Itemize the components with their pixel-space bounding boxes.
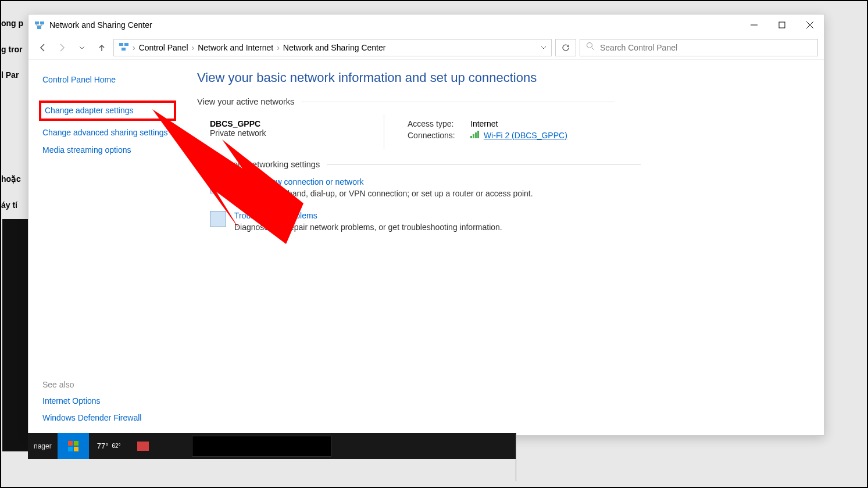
svg-rect-1 bbox=[40, 21, 44, 24]
change-settings-label: Change your networking settings bbox=[197, 160, 808, 169]
control-panel-window: Network and Sharing Center › Control Pan… bbox=[28, 14, 824, 436]
connection-link[interactable]: Wi-Fi 2 (DBCS_GPPC) bbox=[484, 131, 567, 140]
network-block: DBCS_GPPC Private network bbox=[210, 114, 384, 149]
taskbar: nager 77°62° bbox=[28, 433, 516, 459]
close-button[interactable] bbox=[796, 15, 824, 35]
svg-rect-14 bbox=[74, 441, 78, 446]
setup-connection-icon bbox=[210, 177, 226, 193]
main-pane: View your basic network information and … bbox=[181, 60, 824, 435]
page-heading: View your basic network information and … bbox=[197, 70, 808, 85]
search-box[interactable] bbox=[580, 39, 818, 56]
network-center-icon bbox=[34, 20, 45, 30]
svg-rect-9 bbox=[122, 48, 126, 51]
svg-rect-16 bbox=[74, 447, 78, 451]
svg-rect-15 bbox=[68, 447, 73, 451]
svg-rect-8 bbox=[124, 43, 128, 46]
refresh-button[interactable] bbox=[555, 39, 576, 56]
bg-text: l Par bbox=[1, 70, 19, 80]
wifi-signal-icon bbox=[470, 131, 479, 138]
forward-button[interactable] bbox=[54, 40, 70, 56]
sidebar: Control Panel Home Change adapter settin… bbox=[28, 60, 181, 435]
connections-label: Connections: bbox=[408, 131, 460, 140]
svg-rect-7 bbox=[119, 43, 123, 46]
bg-text: hoặc bbox=[1, 174, 21, 184]
taskbar-blank bbox=[192, 436, 331, 457]
taskbar-app-icon[interactable] bbox=[137, 442, 149, 451]
sidebar-defender-firewall[interactable]: Windows Defender Firewall bbox=[42, 410, 173, 427]
titlebar: Network and Sharing Center bbox=[28, 15, 824, 35]
crumb-control-panel[interactable]: Control Panel bbox=[139, 43, 188, 52]
svg-rect-13 bbox=[68, 441, 73, 446]
access-type-value: Internet bbox=[470, 119, 498, 128]
sidebar-internet-options[interactable]: Internet Options bbox=[42, 393, 173, 410]
see-also-label: See also bbox=[42, 380, 173, 389]
active-networks-label: View your active networks bbox=[197, 97, 808, 106]
svg-rect-0 bbox=[35, 21, 39, 24]
crumb-network-sharing[interactable]: Network and Sharing Center bbox=[283, 43, 386, 52]
svg-point-10 bbox=[587, 43, 592, 48]
chevron-down-icon[interactable] bbox=[541, 43, 546, 52]
up-button[interactable] bbox=[94, 40, 110, 56]
network-name: DBCS_GPPC bbox=[210, 119, 384, 128]
start-button[interactable] bbox=[58, 433, 89, 459]
search-icon bbox=[586, 42, 595, 53]
access-type-label: Access type: bbox=[408, 119, 460, 128]
sidebar-home[interactable]: Control Panel Home bbox=[42, 71, 173, 89]
bg-text: ong p bbox=[1, 19, 23, 28]
svg-rect-2 bbox=[37, 26, 41, 29]
back-button[interactable] bbox=[34, 40, 51, 56]
sidebar-media-streaming[interactable]: Media streaming options bbox=[42, 142, 173, 159]
search-input[interactable] bbox=[600, 43, 812, 52]
recent-dropdown[interactable] bbox=[74, 40, 90, 56]
maximize-button[interactable] bbox=[768, 15, 796, 35]
divider-line bbox=[516, 435, 516, 481]
address-row: › Control Panel › Network and Internet ›… bbox=[28, 35, 824, 60]
breadcrumb-bar[interactable]: › Control Panel › Network and Internet ›… bbox=[113, 39, 552, 56]
svg-line-11 bbox=[592, 48, 594, 50]
bg-dark-strip bbox=[2, 219, 28, 451]
bg-text: áy tí bbox=[1, 200, 17, 210]
bg-text: g tror bbox=[1, 45, 23, 54]
setup-connection-link[interactable]: Set up a new connection or network bbox=[234, 177, 364, 186]
taskbar-weather[interactable]: 77°62° bbox=[89, 442, 129, 450]
troubleshoot-icon bbox=[210, 211, 226, 227]
window-title: Network and Sharing Center bbox=[49, 20, 152, 30]
highlight-annotation: Change adapter settings bbox=[39, 101, 176, 121]
network-type: Private network bbox=[210, 128, 384, 138]
sidebar-change-adapter[interactable]: Change adapter settings bbox=[45, 104, 170, 118]
setup-connection-desc: Set up a broadband, dial-up, or VPN conn… bbox=[234, 189, 533, 198]
minimize-button[interactable] bbox=[740, 15, 768, 35]
troubleshoot-desc: Diagnose and repair network problems, or… bbox=[234, 223, 502, 232]
taskbar-text: nager bbox=[28, 442, 58, 450]
sidebar-change-advanced[interactable]: Change advanced sharing settings bbox=[42, 124, 173, 142]
chevron-right-icon: › bbox=[277, 43, 280, 52]
chevron-right-icon: › bbox=[192, 43, 195, 52]
network-center-icon bbox=[119, 41, 129, 53]
svg-rect-4 bbox=[779, 22, 785, 28]
chevron-right-icon: › bbox=[133, 43, 135, 52]
crumb-network-internet[interactable]: Network and Internet bbox=[198, 43, 273, 52]
troubleshoot-link[interactable]: Troubleshoot problems bbox=[234, 211, 317, 220]
